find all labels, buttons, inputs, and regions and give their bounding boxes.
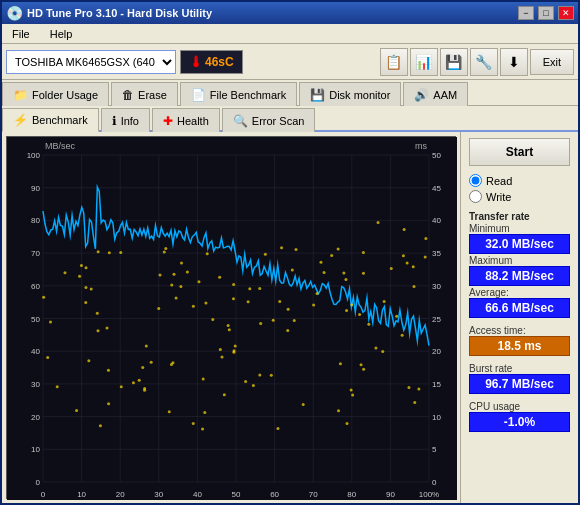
toolbar-btn-3[interactable]: 💾 (440, 48, 468, 76)
exit-button[interactable]: Exit (530, 49, 574, 75)
window-title: HD Tune Pro 3.10 - Hard Disk Utility (27, 7, 514, 19)
benchmark-icon: ⚡ (13, 113, 28, 127)
start-button[interactable]: Start (469, 138, 570, 166)
transfer-rate-title: Transfer rate (469, 211, 570, 222)
read-label: Read (486, 175, 512, 187)
write-radio-row[interactable]: Write (469, 190, 570, 203)
close-button[interactable]: ✕ (558, 6, 574, 20)
toolbar-btn-2[interactable]: 📊 (410, 48, 438, 76)
minimum-value: 32.0 MB/sec (469, 234, 570, 254)
disk-icon: 💾 (310, 88, 325, 102)
read-radio-row[interactable]: Read (469, 174, 570, 187)
tab-info[interactable]: ℹ Info (101, 108, 150, 132)
mode-radio-group: Read Write (469, 174, 570, 203)
minimum-label: Minimum (469, 223, 570, 234)
tab-health[interactable]: ✚ Health (152, 108, 220, 132)
toolbar-btn-4[interactable]: 🔧 (470, 48, 498, 76)
folder-icon: 📁 (13, 88, 28, 102)
scan-icon: 🔍 (233, 114, 248, 128)
read-radio[interactable] (469, 174, 482, 187)
thermometer-icon: 🌡 (189, 54, 203, 70)
average-label: Average: (469, 287, 570, 298)
toolbar: TOSHIBA MK6465GSX (640 GB) 🌡 46sC 📋 📊 💾 … (2, 44, 578, 80)
tab-bar-primary: 📁 Folder Usage 🗑 Erase 📄 File Benchmark … (2, 80, 578, 106)
toolbar-btn-5[interactable]: ⬇ (500, 48, 528, 76)
temperature-display: 🌡 46sC (180, 50, 243, 74)
chart-wrapper: MB/sec ms (2, 132, 460, 503)
info-icon: ℹ (112, 114, 117, 128)
transfer-rate-section: Transfer rate Minimum 32.0 MB/sec Maximu… (469, 211, 570, 318)
tab-error-scan[interactable]: 🔍 Error Scan (222, 108, 316, 132)
maximize-button[interactable]: □ (538, 6, 554, 20)
right-panel: Start Read Write Transfer rate Minimum 3… (460, 132, 578, 503)
temperature-value: 46sC (205, 55, 234, 69)
title-bar: 💿 HD Tune Pro 3.10 - Hard Disk Utility −… (2, 2, 578, 24)
toolbar-buttons: 📋 📊 💾 🔧 ⬇ Exit (380, 48, 574, 76)
tab-aam[interactable]: 🔊 AAM (403, 82, 468, 106)
maximum-label: Maximum (469, 255, 570, 266)
cpu-usage-value: -1.0% (469, 412, 570, 432)
tab-benchmark[interactable]: ⚡ Benchmark (2, 108, 99, 132)
content-area: MB/sec ms Start Read Write Transfer rate (2, 132, 578, 503)
menu-help[interactable]: Help (44, 26, 79, 42)
write-radio[interactable] (469, 190, 482, 203)
write-label: Write (486, 191, 511, 203)
cpu-usage-label: CPU usage (469, 401, 570, 412)
file-icon: 📄 (191, 88, 206, 102)
main-window: 💿 HD Tune Pro 3.10 - Hard Disk Utility −… (0, 0, 580, 505)
tab-file-benchmark[interactable]: 📄 File Benchmark (180, 82, 297, 106)
burst-rate-label: Burst rate (469, 363, 570, 374)
burst-rate-value: 96.7 MB/sec (469, 374, 570, 394)
drive-select[interactable]: TOSHIBA MK6465GSX (640 GB) (6, 50, 176, 74)
toolbar-btn-1[interactable]: 📋 (380, 48, 408, 76)
access-time-value: 18.5 ms (469, 336, 570, 356)
benchmark-canvas (7, 137, 457, 500)
menu-bar: File Help (2, 24, 578, 44)
menu-file[interactable]: File (6, 26, 36, 42)
access-time-section: Access time: 18.5 ms (469, 324, 570, 356)
cpu-usage-section: CPU usage -1.0% (469, 400, 570, 432)
burst-rate-section: Burst rate 96.7 MB/sec (469, 362, 570, 394)
speaker-icon: 🔊 (414, 88, 429, 102)
benchmark-chart: MB/sec ms (6, 136, 456, 499)
tab-disk-monitor[interactable]: 💾 Disk monitor (299, 82, 401, 106)
eraser-icon: 🗑 (122, 88, 134, 102)
maximum-value: 88.2 MB/sec (469, 266, 570, 286)
average-value: 66.6 MB/sec (469, 298, 570, 318)
tab-bar-secondary: ⚡ Benchmark ℹ Info ✚ Health 🔍 Error Scan (2, 106, 578, 132)
tab-folder-usage[interactable]: 📁 Folder Usage (2, 82, 109, 106)
minimize-button[interactable]: − (518, 6, 534, 20)
access-time-label: Access time: (469, 325, 570, 336)
health-icon: ✚ (163, 114, 173, 128)
tab-erase[interactable]: 🗑 Erase (111, 82, 178, 106)
